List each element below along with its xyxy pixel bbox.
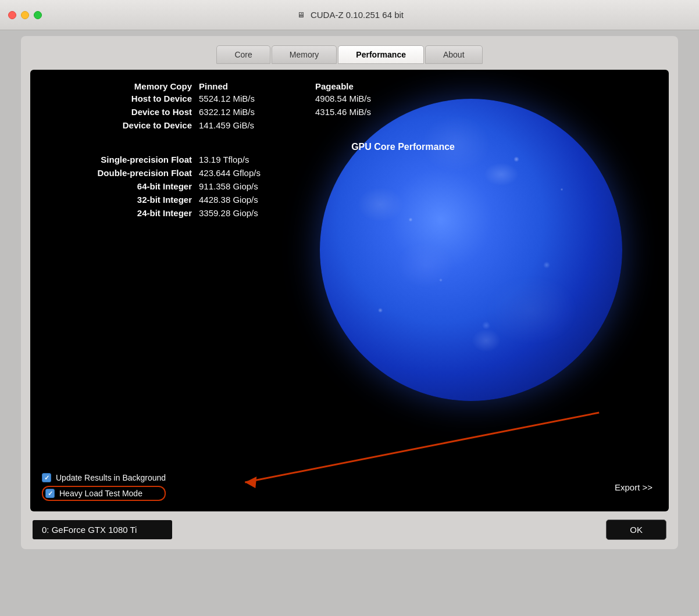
data-table: Memory Copy Pinned Pageable Host to Devi…	[48, 81, 455, 218]
gpu-row-label-4: 24-bit Integer	[48, 208, 199, 218]
tab-about[interactable]: About	[425, 45, 483, 64]
row-pageable-h2d: 4908.54 MiB/s	[315, 94, 371, 103]
checkboxes: ✓ Update Results in Background ✓ Heavy L…	[42, 473, 166, 501]
row-pinned-d2h: 6322.12 MiB/s	[199, 107, 315, 117]
titlebar: 🖥 CUDA-Z 0.10.251 64 bit	[0, 0, 699, 30]
row-pageable-d2h: 4315.46 MiB/s	[315, 107, 371, 117]
maximize-button[interactable]	[34, 11, 42, 19]
col-header-pageable: Pageable	[315, 81, 354, 91]
gpu-row-value-2: 911.358 Giop/s	[199, 181, 315, 191]
table-row: Single-precision Float 13.19 Tflop/s	[48, 155, 455, 164]
row-label-h2d: Host to Device	[48, 94, 199, 103]
close-button[interactable]	[8, 11, 16, 19]
minimize-button[interactable]	[21, 11, 29, 19]
gpu-row-value-4: 3359.28 Giop/s	[199, 208, 315, 218]
heavy-load-label: Heavy Load Test Mode	[59, 489, 142, 498]
bottom-bar: 0: GeForce GTX 1080 Ti OK	[30, 520, 669, 540]
table-row: Device to Device 141.459 GiB/s	[48, 120, 455, 130]
content-area: Memory Copy Pinned Pageable Host to Devi…	[30, 70, 669, 511]
svg-line-0	[245, 413, 599, 482]
export-button[interactable]: Export >>	[610, 480, 657, 495]
row-label-d2h: Device to Host	[48, 107, 199, 117]
update-results-checkbox[interactable]: ✓	[42, 473, 51, 482]
table-row: 64-bit Integer 911.358 Giop/s	[48, 181, 455, 191]
table-row: Host to Device 5524.12 MiB/s 4908.54 MiB…	[48, 94, 455, 103]
update-results-label: Update Results in Background	[56, 473, 166, 482]
app-icon: 🖥	[295, 9, 307, 21]
gpu-row-value-0: 13.19 Tflop/s	[199, 155, 315, 164]
gpu-row-label-0: Single-precision Float	[48, 155, 199, 164]
checkmark-icon: ✓	[44, 474, 49, 482]
row-label-d2d: Device to Device	[48, 120, 199, 130]
table-row: Double-precision Float 423.644 Gflop/s	[48, 168, 455, 178]
gpu-row-value-1: 423.644 Gflop/s	[199, 168, 315, 178]
gpu-label: 0: GeForce GTX 1080 Ti	[33, 520, 172, 539]
tabbar: Core Memory Performance About	[216, 45, 482, 64]
tab-performance[interactable]: Performance	[338, 45, 424, 64]
main-window: Core Memory Performance About Memory Cop…	[21, 36, 678, 549]
tab-core[interactable]: Core	[216, 45, 270, 64]
checkmark-icon: ✓	[48, 490, 53, 497]
col-header-memory-copy: Memory Copy	[48, 81, 199, 91]
traffic-lights	[8, 11, 42, 19]
table-row: Device to Host 6322.12 MiB/s 4315.46 MiB…	[48, 107, 455, 117]
col-header-pinned: Pinned	[199, 81, 315, 91]
row-pinned-h2d: 5524.12 MiB/s	[199, 94, 315, 103]
gpu-row-label-2: 64-bit Integer	[48, 181, 199, 191]
heavy-load-row[interactable]: ✓ Heavy Load Test Mode	[42, 486, 166, 501]
table-row: 24-bit Integer 3359.28 Giop/s	[48, 208, 455, 218]
gpu-section-title: GPU Core Performance	[48, 142, 455, 152]
update-results-row[interactable]: ✓ Update Results in Background	[42, 473, 166, 482]
heavy-load-checkbox[interactable]: ✓	[45, 489, 55, 498]
ok-button[interactable]: OK	[606, 520, 666, 540]
bottom-controls: ✓ Update Results in Background ✓ Heavy L…	[42, 473, 657, 501]
gpu-row-label-3: 32-bit Integer	[48, 195, 199, 205]
tab-memory[interactable]: Memory	[272, 45, 337, 64]
column-headers: Memory Copy Pinned Pageable	[48, 81, 455, 91]
table-row: 32-bit Integer 4428.38 Giop/s	[48, 195, 455, 205]
gpu-row-value-3: 4428.38 Giop/s	[199, 195, 315, 205]
app-title: 🖥 CUDA-Z 0.10.251 64 bit	[295, 9, 404, 21]
row-pinned-d2d: 141.459 GiB/s	[199, 120, 315, 130]
gpu-row-label-1: Double-precision Float	[48, 168, 199, 178]
